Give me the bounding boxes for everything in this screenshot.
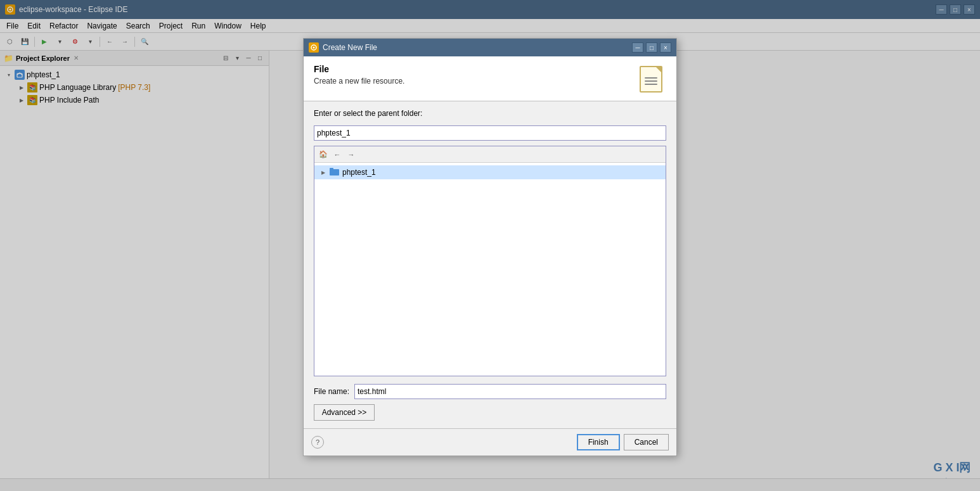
dialog-minimize-btn[interactable]: ─ [632, 42, 643, 53]
svg-rect-6 [330, 168, 333, 170]
finish-button[interactable]: Finish [577, 434, 620, 450]
filename-label: File name: [314, 387, 349, 396]
home-button[interactable]: 🏠 [317, 148, 330, 161]
dialog-controls: ─ □ × [632, 42, 671, 53]
folder-tree: ▶ phptest_1 [314, 163, 666, 376]
cancel-button[interactable]: Cancel [624, 434, 669, 450]
filename-row: File name: [314, 384, 666, 399]
ide-window: eclipse-workspace - Eclipse IDE ─ □ × Fi… [0, 0, 980, 491]
dialog-content: Enter or select the parent folder: 🏠 ← →… [304, 101, 676, 428]
help-button[interactable]: ? [311, 436, 324, 449]
modal-overlay: Create New File ─ □ × File Create a new … [0, 0, 980, 491]
file-icon-lines [645, 77, 657, 85]
dialog-header-icon [636, 64, 666, 94]
advanced-section: Advanced >> [314, 404, 666, 421]
file-line-2 [645, 80, 657, 82]
dialog-header: File Create a new file resource. [304, 56, 676, 101]
dialog-close-btn[interactable]: × [660, 42, 671, 53]
dialog-title: Create New File [323, 43, 628, 52]
dialog-section-title: File [314, 64, 404, 74]
dialog-title-icon [309, 42, 319, 53]
folder-expand-icon[interactable]: ▶ [319, 169, 327, 176]
svg-rect-5 [330, 169, 339, 175]
folder-browser: 🏠 ← → ▶ ph [314, 146, 666, 376]
forward-nav-button[interactable]: → [345, 148, 358, 161]
folder-item-phptest1[interactable]: ▶ phptest_1 [314, 165, 666, 179]
dialog-header-info: File Create a new file resource. [314, 64, 404, 86]
advanced-button[interactable]: Advanced >> [314, 404, 375, 421]
file-line-1 [645, 77, 657, 79]
parent-folder-input[interactable] [314, 125, 666, 141]
folder-label-phptest1: phptest_1 [342, 168, 376, 177]
parent-folder-label: Enter or select the parent folder: [314, 109, 666, 118]
file-line-3 [645, 84, 657, 85]
filename-input[interactable] [354, 384, 666, 399]
create-new-file-dialog: Create New File ─ □ × File Create a new … [303, 38, 677, 456]
dialog-restore-btn[interactable]: □ [646, 42, 657, 53]
dialog-title-bar: Create New File ─ □ × [304, 39, 676, 56]
folder-toolbar: 🏠 ← → [314, 146, 666, 163]
svg-point-4 [313, 47, 315, 49]
dialog-footer: ? Finish Cancel [304, 428, 676, 456]
footer-buttons: Finish Cancel [577, 434, 669, 450]
back-nav-button[interactable]: ← [331, 148, 344, 161]
dialog-section-desc: Create a new file resource. [314, 77, 404, 86]
folder-icon-phptest1 [330, 167, 340, 178]
file-icon [640, 66, 662, 92]
